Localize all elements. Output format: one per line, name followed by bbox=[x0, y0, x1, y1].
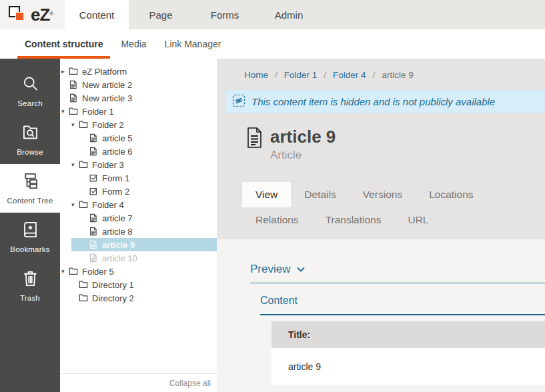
tree-item-label: Directory 1 bbox=[92, 280, 134, 290]
top-tab-content[interactable]: Content bbox=[65, 0, 129, 29]
tree-item-label: Folder 5 bbox=[82, 267, 114, 277]
trash-icon bbox=[21, 269, 39, 290]
hidden-content-notice: This content item is hidden and is not p… bbox=[225, 90, 545, 113]
sidebar-item-trash[interactable]: Trash bbox=[0, 261, 60, 310]
title-block: article 9 Article bbox=[245, 127, 545, 162]
tree-item[interactable]: ▾ Folder 4 bbox=[60, 198, 217, 211]
tree-footer: Collapse all bbox=[60, 373, 217, 392]
breadcrumb-folder-1[interactable]: Folder 1 bbox=[284, 70, 318, 80]
article-icon bbox=[68, 93, 79, 103]
tree-item-label: Directory 2 bbox=[92, 293, 134, 303]
tab-url[interactable]: URL bbox=[394, 207, 442, 233]
content-tabs: View Details Versions Locations Relation… bbox=[242, 182, 545, 239]
subnav-link-manager[interactable]: Link Manager bbox=[157, 29, 229, 59]
top-nav: Content Page Forms Admin bbox=[65, 0, 321, 29]
breadcrumb-separator: / bbox=[324, 70, 326, 80]
tree-item-hidden[interactable]: article 10 bbox=[60, 251, 217, 265]
tree-item-label: Folder 4 bbox=[92, 200, 124, 210]
tree-item[interactable]: Directory 2 bbox=[60, 291, 217, 305]
tree-item-label: article 8 bbox=[102, 227, 133, 237]
secondary-nav: Content structure Media Link Manager bbox=[0, 29, 545, 59]
sidebar-item-browse[interactable]: Browse bbox=[0, 115, 60, 164]
tree-item[interactable]: Form 2 bbox=[60, 185, 217, 198]
sidebar-item-bookmarks[interactable]: Bookmarks bbox=[0, 213, 60, 261]
folder-icon bbox=[78, 199, 89, 210]
tree-item[interactable]: ▾ Folder 1 bbox=[60, 105, 217, 118]
tab-locations[interactable]: Locations bbox=[416, 182, 486, 207]
form-icon bbox=[88, 173, 99, 183]
subnav-content-structure[interactable]: Content structure bbox=[17, 29, 110, 59]
tree-item-label: article 9 bbox=[102, 240, 135, 250]
caret-expanded-icon[interactable]: ▾ bbox=[61, 269, 68, 275]
caret-expanded-icon[interactable]: ▾ bbox=[71, 162, 78, 168]
top-tab-admin[interactable]: Admin bbox=[257, 0, 321, 29]
search-icon bbox=[21, 75, 39, 95]
tree-item-label: article 6 bbox=[102, 147, 133, 157]
tree-item[interactable]: article 8 bbox=[60, 225, 217, 238]
folder-icon bbox=[78, 159, 89, 170]
tree-item-label: Folder 2 bbox=[92, 120, 124, 130]
tree-item-label: article 5 bbox=[102, 133, 133, 143]
browse-icon bbox=[21, 123, 39, 144]
eye-off-icon bbox=[232, 94, 245, 109]
bookmarks-icon bbox=[21, 221, 39, 241]
folder-icon bbox=[68, 106, 79, 117]
article-icon bbox=[88, 133, 99, 143]
tree-item[interactable]: article 6 bbox=[60, 145, 217, 158]
folder-icon bbox=[68, 266, 79, 277]
tree-item[interactable]: ▾ Folder 5 bbox=[60, 265, 217, 278]
tree-item[interactable]: article 5 bbox=[60, 131, 217, 145]
folder-icon bbox=[78, 279, 89, 290]
tree-item-selected[interactable]: article 9 bbox=[60, 238, 217, 251]
tree-item[interactable]: ▾ Folder 2 bbox=[60, 118, 217, 131]
sidebar-item-label: Bookmarks bbox=[10, 245, 49, 253]
article-icon bbox=[88, 239, 99, 250]
tab-translations[interactable]: Translations bbox=[312, 207, 395, 233]
tree-item-label: New article 3 bbox=[82, 93, 132, 103]
preview-label: Preview bbox=[250, 263, 290, 276]
caret-expanded-icon[interactable]: ▾ bbox=[61, 109, 68, 115]
app-window: eZ ® Content Page Forms Admin Content st… bbox=[0, 0, 545, 392]
page-title: article 9 bbox=[270, 127, 336, 147]
tab-versions[interactable]: Versions bbox=[350, 182, 416, 207]
breadcrumb: Home / Folder 1 / Folder 4 / article 9 bbox=[217, 69, 545, 80]
article-icon bbox=[88, 253, 99, 263]
ez-logo[interactable]: eZ ® bbox=[0, 0, 65, 29]
tree-item[interactable]: New article 2 bbox=[60, 78, 217, 91]
caret-expanded-icon[interactable]: ▾ bbox=[71, 122, 78, 128]
content-tree-icon bbox=[21, 172, 39, 193]
caret-expanded-icon[interactable]: ▾ bbox=[71, 202, 78, 208]
sidebar-item-label: Trash bbox=[20, 294, 40, 302]
folder-icon bbox=[78, 119, 89, 130]
icon-sidebar: Search Browse Content Tree Bookmarks bbox=[0, 59, 60, 392]
top-tab-page[interactable]: Page bbox=[129, 0, 193, 29]
collapse-all-button[interactable]: Collapse all bbox=[169, 379, 211, 388]
tree-item[interactable]: New article 3 bbox=[60, 91, 217, 105]
tree-item[interactable]: article 7 bbox=[60, 211, 217, 225]
content-type-label: Article bbox=[270, 149, 336, 162]
preview-toggle[interactable]: Preview bbox=[250, 263, 545, 275]
breadcrumb-home[interactable]: Home bbox=[244, 70, 268, 80]
tree-item[interactable]: Form 1 bbox=[60, 171, 217, 185]
sidebar-item-search[interactable]: Search bbox=[0, 67, 60, 115]
chevron-down-icon bbox=[297, 267, 305, 272]
form-icon bbox=[88, 186, 99, 197]
content-section-label: Content bbox=[260, 295, 545, 306]
tree-item-label: Form 1 bbox=[102, 173, 129, 183]
tree-item[interactable]: ▾ Folder 3 bbox=[60, 158, 217, 171]
tab-view[interactable]: View bbox=[242, 182, 291, 207]
tab-relations[interactable]: Relations bbox=[242, 207, 312, 233]
tree-item-label: article 7 bbox=[102, 213, 133, 223]
tree-item[interactable]: ▸ eZ Platform bbox=[60, 65, 217, 78]
registered-mark: ® bbox=[49, 11, 53, 17]
subnav-media[interactable]: Media bbox=[113, 29, 153, 59]
sidebar-item-content-tree[interactable]: Content Tree bbox=[0, 164, 60, 213]
tab-details[interactable]: Details bbox=[291, 182, 349, 207]
field-table: Title: article 9 bbox=[271, 321, 545, 385]
sidebar-item-label: Search bbox=[17, 99, 43, 107]
field-label: Title: bbox=[271, 321, 545, 348]
breadcrumb-folder-4[interactable]: Folder 4 bbox=[333, 70, 366, 80]
top-tab-forms[interactable]: Forms bbox=[193, 0, 257, 29]
caret-collapsed-icon[interactable]: ▸ bbox=[61, 69, 68, 75]
tree-item[interactable]: Directory 1 bbox=[60, 278, 217, 291]
